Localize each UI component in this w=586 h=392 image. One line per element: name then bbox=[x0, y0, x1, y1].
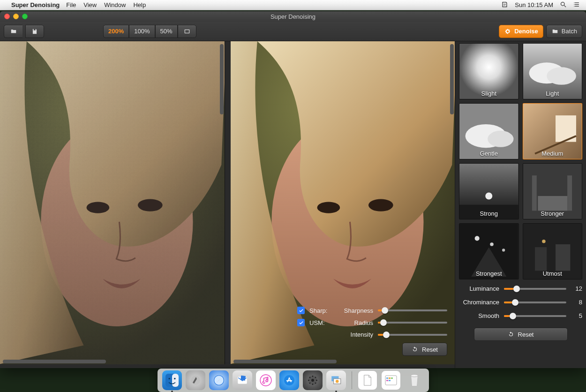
svg-rect-29 bbox=[567, 175, 572, 211]
overlay-reset-label: Reset bbox=[422, 346, 438, 353]
toolbar: 200% 100% 50% Denoise Batch bbox=[0, 22, 586, 41]
svg-rect-68 bbox=[389, 380, 391, 381]
zoom-200[interactable]: 200% bbox=[103, 25, 129, 38]
original-image bbox=[0, 41, 225, 364]
preset-utmost[interactable]: Utmost bbox=[523, 223, 583, 279]
svg-rect-64 bbox=[386, 377, 388, 379]
save-button[interactable] bbox=[25, 25, 44, 38]
dock-folder-window-icon[interactable] bbox=[381, 370, 401, 390]
tab-batch-label: Batch bbox=[562, 28, 577, 35]
dock-trash-icon[interactable] bbox=[405, 370, 424, 390]
dock bbox=[0, 366, 586, 392]
scrollbar-vertical[interactable] bbox=[220, 44, 224, 114]
svg-line-58 bbox=[309, 383, 310, 384]
intensity-slider[interactable] bbox=[378, 334, 447, 336]
svg-point-20 bbox=[488, 131, 513, 147]
sharp-label: Sharp: bbox=[309, 307, 334, 314]
save-icon bbox=[31, 28, 38, 35]
svg-rect-67 bbox=[386, 380, 388, 381]
dock-mail-icon[interactable] bbox=[233, 370, 252, 390]
preset-label: Utmost bbox=[523, 270, 582, 277]
svg-rect-65 bbox=[389, 377, 391, 379]
preset-label: Medium bbox=[523, 150, 582, 157]
preset-light[interactable]: Light bbox=[523, 43, 583, 99]
preset-slight[interactable]: Slight bbox=[459, 43, 519, 99]
sharpness-overlay-panel: Sharp: Sharpness USM: Radius Intensity bbox=[297, 307, 447, 356]
scrollbar-horizontal[interactable] bbox=[233, 360, 450, 363]
menu-file[interactable]: File bbox=[66, 1, 76, 8]
menu-window[interactable]: Window bbox=[104, 1, 126, 8]
overlay-reset-button[interactable]: Reset bbox=[402, 343, 447, 356]
scrollbar-vertical[interactable] bbox=[450, 44, 454, 114]
svg-rect-28 bbox=[532, 175, 536, 211]
tab-denoise[interactable]: Denoise bbox=[499, 25, 543, 38]
window-zoom-button[interactable] bbox=[22, 14, 28, 19]
menu-view[interactable]: View bbox=[83, 1, 97, 8]
svg-point-41 bbox=[168, 378, 170, 380]
preset-strongest[interactable]: Strongest bbox=[459, 223, 519, 279]
radius-slider[interactable] bbox=[378, 322, 447, 324]
slider-value: 12 bbox=[571, 285, 582, 292]
preview-original-pane[interactable] bbox=[0, 41, 225, 364]
preset-stronger[interactable]: Stronger bbox=[523, 163, 583, 219]
tab-batch[interactable]: Batch bbox=[546, 25, 582, 38]
right-sidebar: SlightLightGentleMediumStrongStrongerStr… bbox=[455, 41, 586, 368]
slider-label: Chrominance bbox=[459, 299, 499, 306]
preset-label: Gentle bbox=[459, 150, 518, 157]
preset-label: Strong bbox=[459, 210, 518, 217]
app-window: Super Denoising 200% 100% 50% Denoise Ba… bbox=[0, 11, 586, 368]
window-minimize-button[interactable] bbox=[13, 14, 19, 19]
svg-rect-40 bbox=[172, 374, 179, 387]
window-titlebar[interactable]: Super Denoising bbox=[0, 11, 586, 22]
svg-rect-47 bbox=[240, 376, 246, 381]
svg-point-49 bbox=[284, 375, 294, 385]
zoom-100[interactable]: 100% bbox=[129, 25, 155, 38]
slider-row-luminance: Luminance12 bbox=[459, 285, 582, 292]
svg-point-13 bbox=[368, 199, 393, 211]
zoom-fit-button[interactable] bbox=[178, 25, 196, 38]
dock-appstore-icon[interactable] bbox=[279, 370, 299, 390]
dock-launchpad-icon[interactable] bbox=[186, 370, 205, 390]
svg-point-0 bbox=[561, 2, 565, 6]
sharp-checkbox[interactable] bbox=[297, 307, 305, 314]
dock-safari-icon[interactable] bbox=[209, 370, 229, 390]
svg-point-42 bbox=[174, 378, 176, 380]
usm-checkbox[interactable] bbox=[297, 319, 305, 326]
sharpness-slider[interactable] bbox=[378, 309, 447, 311]
menubar-script-icon[interactable] bbox=[501, 1, 508, 9]
preview-processed-pane[interactable]: Sharp: Sharpness USM: Radius Intensity bbox=[231, 41, 455, 364]
preset-strong[interactable]: Strong bbox=[459, 163, 519, 219]
preset-label: Slight bbox=[459, 90, 518, 97]
dock-document-icon[interactable] bbox=[358, 370, 377, 390]
folder-icon bbox=[551, 28, 559, 35]
dock-separator bbox=[352, 371, 352, 389]
zoom-50[interactable]: 50% bbox=[155, 25, 178, 38]
svg-point-2 bbox=[574, 2, 574, 3]
gear-icon bbox=[504, 28, 511, 35]
preset-medium[interactable]: Medium bbox=[523, 103, 583, 159]
svg-point-17 bbox=[547, 67, 576, 85]
preset-gentle[interactable]: Gentle bbox=[459, 103, 519, 159]
slider-row-smooth: Smooth5 bbox=[459, 312, 582, 319]
dock-preview-icon[interactable] bbox=[326, 370, 346, 390]
chrominance-slider[interactable] bbox=[504, 302, 566, 303]
folder-icon bbox=[10, 28, 17, 35]
side-reset-button[interactable]: Reset bbox=[474, 328, 568, 341]
scrollbar-horizontal[interactable] bbox=[3, 360, 219, 363]
dock-settings-icon[interactable] bbox=[303, 370, 323, 390]
svg-line-59 bbox=[315, 377, 316, 378]
menubar-clock[interactable]: Sun 10:15 AM bbox=[515, 1, 553, 8]
svg-point-3 bbox=[574, 4, 574, 4]
dock-finder-icon[interactable] bbox=[162, 370, 182, 390]
window-close-button[interactable] bbox=[4, 14, 10, 19]
menu-help[interactable]: Help bbox=[133, 1, 146, 8]
open-button[interactable] bbox=[4, 25, 23, 38]
search-icon[interactable] bbox=[560, 1, 567, 9]
smooth-slider[interactable] bbox=[504, 315, 566, 317]
dock-itunes-icon[interactable] bbox=[256, 370, 276, 390]
luminance-slider[interactable] bbox=[504, 288, 566, 290]
side-reset-label: Reset bbox=[518, 331, 534, 338]
usm-label: USM: bbox=[309, 319, 334, 326]
app-name[interactable]: Super Denoising bbox=[11, 1, 60, 8]
menubar-list-icon[interactable] bbox=[573, 1, 580, 9]
